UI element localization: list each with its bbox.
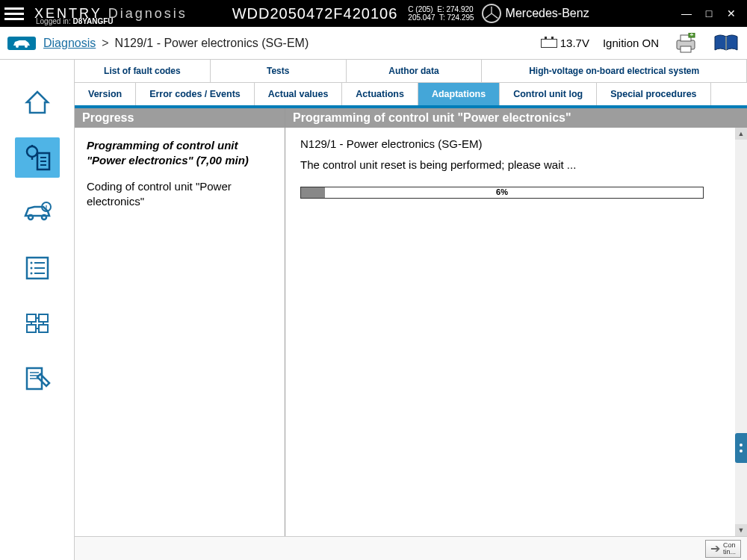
svg-rect-26 (27, 314, 36, 322)
scroll-up-icon[interactable]: ▲ (735, 128, 747, 140)
rail-vehicle-faults[interactable]: ! (15, 193, 60, 233)
progress-panel: Progress Programming of control unit "Po… (75, 108, 285, 536)
window-controls: — □ ✕ (675, 4, 743, 22)
maximize-button[interactable]: □ (698, 4, 720, 22)
svg-rect-27 (39, 314, 48, 322)
svg-text:!: ! (45, 204, 47, 211)
breadcrumb-bar: Diagnosis > N129/1 - Power electronics (… (0, 27, 747, 60)
footer-bar: ➔ Con tin... (75, 536, 747, 560)
breadcrumb-root[interactable]: Diagnosis (43, 37, 96, 50)
progress-bar-label: 6% (301, 187, 703, 198)
progress-bar: 6% (300, 187, 704, 199)
detail-line-1: N129/1 - Power electronics (SG-EM) (300, 137, 732, 152)
vin-text: WDD2050472F420106 (232, 5, 398, 22)
tab-adaptations[interactable]: Adaptations (418, 83, 500, 105)
rail-list[interactable] (15, 248, 60, 288)
tab-version[interactable]: Version (75, 83, 136, 105)
vehicle-chip-icon[interactable] (7, 37, 36, 50)
progress-step-active: Programming of control unit "Power elect… (87, 138, 273, 169)
ignition-status: Ignition ON (603, 37, 659, 49)
tab-row-lower: Version Error codes / Events Actual valu… (75, 83, 747, 108)
close-button[interactable]: ✕ (720, 4, 743, 22)
breadcrumb-sep: > (102, 37, 108, 50)
tab-cu-log[interactable]: Control unit log (500, 83, 597, 105)
tab-actuations[interactable]: Actuations (342, 83, 418, 105)
menu-button[interactable] (4, 7, 27, 20)
continue-button[interactable]: ➔ Con tin... (705, 540, 741, 558)
tab-tests[interactable]: Tests (211, 60, 347, 82)
detail-panel: Programming of control unit "Power elect… (285, 108, 747, 536)
svg-point-16 (42, 215, 46, 220)
tab-special-proc[interactable]: Special procedures (597, 83, 710, 105)
svg-point-4 (25, 45, 28, 48)
svg-point-20 (30, 262, 32, 264)
rail-docs-tools[interactable] (15, 358, 60, 399)
tab-hv-system[interactable]: High-voltage on-board electrical system (482, 60, 747, 82)
brand-logo: Mercedes-Benz (482, 4, 589, 23)
svg-point-39 (740, 449, 743, 452)
svg-point-24 (30, 273, 32, 275)
progress-step-next: Coding of control unit "Power electronic… (87, 179, 273, 210)
tab-row-upper: List of fault codes Tests Author data Hi… (75, 60, 747, 83)
help-book-button[interactable] (713, 32, 740, 55)
scrollbar[interactable]: ▲ ▼ (735, 128, 747, 536)
breadcrumb: Diagnosis > N129/1 - Power electronics (… (43, 37, 309, 50)
svg-point-3 (16, 45, 19, 48)
side-flyout-tab[interactable] (735, 433, 747, 463)
svg-point-15 (28, 215, 33, 220)
tab-actual-values[interactable]: Actual values (255, 83, 343, 105)
svg-point-10 (27, 146, 37, 157)
svg-rect-29 (39, 325, 48, 332)
svg-point-22 (30, 267, 32, 270)
rail-modules[interactable] (15, 303, 60, 343)
left-rail: ! (0, 60, 75, 560)
tab-fault-codes[interactable]: List of fault codes (75, 60, 211, 82)
svg-line-2 (492, 13, 498, 18)
battery-status: 13.7V (541, 37, 589, 49)
arrow-right-icon: ➔ (710, 543, 720, 555)
progress-panel-title: Progress (75, 108, 285, 128)
minimize-button[interactable]: — (675, 4, 698, 22)
breadcrumb-current: N129/1 - Power electronics (SG-EM) (115, 37, 309, 50)
svg-line-1 (485, 13, 491, 18)
rail-home[interactable] (15, 82, 60, 122)
detail-line-2: The control unit reset is being performe… (300, 158, 732, 172)
rail-diagnosis[interactable] (15, 137, 60, 178)
tab-author-data[interactable]: Author data (347, 60, 483, 82)
model-info: C (205) E: 274.920 205.047 T: 724.295 (408, 5, 474, 22)
detail-panel-title: Programming of control unit "Power elect… (285, 108, 747, 128)
scroll-down-icon[interactable]: ▼ (735, 524, 747, 536)
print-button[interactable] (672, 32, 699, 55)
app-header: XENTRY Diagnosis Logged in: D8YANGFU WDD… (0, 0, 747, 27)
tab-error-codes[interactable]: Error codes / Events (136, 83, 255, 105)
svg-rect-7 (681, 46, 691, 52)
logged-in-label: Logged in: D8YANGFU (36, 17, 114, 25)
battery-icon (541, 39, 557, 48)
svg-point-38 (740, 444, 743, 447)
mercedes-star-icon (482, 4, 501, 23)
svg-rect-28 (27, 325, 36, 332)
